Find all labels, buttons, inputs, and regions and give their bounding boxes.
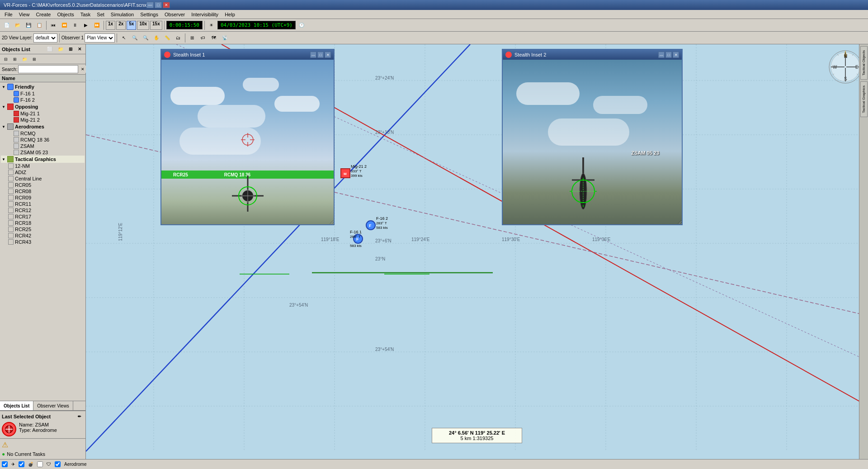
menu-view[interactable]: View — [16, 11, 33, 18]
menu-simulation[interactable]: Simulation — [108, 11, 137, 18]
tb-rewind[interactable]: ⏮ — [48, 20, 58, 30]
sep6 — [117, 33, 117, 43]
check1[interactable] — [2, 461, 8, 467]
check7[interactable] — [55, 461, 61, 467]
tb-sun[interactable]: ☀ — [207, 20, 217, 30]
tb-pan[interactable]: ✋ — [151, 33, 161, 43]
last-selected-edit[interactable]: ✏ — [75, 413, 84, 420]
rcr18-icon — [8, 220, 14, 226]
menu-objects[interactable]: Objects — [54, 11, 76, 18]
inset1-titlebar[interactable]: Stealth Inset 1 — □ ✕ — [161, 50, 334, 60]
menu-file[interactable]: File — [2, 11, 15, 18]
menu-intervisibility[interactable]: Intervisibility — [189, 11, 221, 18]
inset1-minimize[interactable]: — — [310, 52, 316, 58]
inset1-close[interactable]: ✕ — [325, 52, 331, 58]
menu-set[interactable]: Set — [94, 11, 107, 18]
tb-layers[interactable]: 🗂 — [173, 33, 183, 43]
tree-12nm[interactable]: 12-NM — [1, 163, 85, 169]
tree-mig211[interactable]: Mig-21 1 — [1, 110, 85, 117]
view-select[interactable]: Plan View — [85, 33, 115, 43]
tb-pause[interactable]: ⏸ — [70, 20, 80, 30]
tree-rcr05[interactable]: RCR05 — [1, 182, 85, 188]
tb-open[interactable]: 📂 — [13, 20, 23, 30]
tree-rcr17[interactable]: RCR17 — [1, 213, 85, 220]
inset2-maximize[interactable]: □ — [665, 52, 672, 58]
menu-help[interactable]: Help — [222, 11, 238, 18]
centralline-label: Central Line — [15, 176, 42, 181]
tb-forward[interactable]: ⏩ — [92, 20, 102, 30]
tree-f161[interactable]: F-16 1 — [1, 90, 85, 97]
tb-select[interactable]: ↖ — [119, 33, 129, 43]
tree-opposing-group[interactable]: ▼ Opposing — [1, 103, 85, 110]
speed-2x[interactable]: 2x — [116, 21, 126, 30]
tab-observer-views[interactable]: Observer Views — [33, 401, 73, 410]
tb-new[interactable]: 📄 — [2, 20, 12, 30]
check-icon: ● — [2, 451, 5, 457]
tb-clock[interactable]: 🕐 — [297, 20, 307, 30]
tree-mig212[interactable]: Mig-21 2 — [1, 117, 85, 123]
speed-1x[interactable]: 1x — [106, 21, 115, 30]
tree-centralline[interactable]: Central Line — [1, 175, 85, 182]
obj-tb-2[interactable]: ⊞ — [11, 56, 19, 63]
tb-play[interactable]: ▶ — [81, 20, 91, 30]
svg-text:23°+54'N: 23°+54'N — [375, 347, 394, 352]
no-tasks-label: No Current Tasks — [7, 451, 45, 457]
tree-tg-group[interactable]: ▼ Tactical Graphics — [1, 156, 85, 163]
obj-tb-3[interactable]: 📁 — [20, 56, 29, 63]
tree-rcr25[interactable]: RCR25 — [1, 226, 85, 232]
menu-task[interactable]: Task — [78, 11, 94, 18]
inset2-close[interactable]: ✕ — [673, 52, 679, 58]
obj-tb-4[interactable]: ⊞ — [30, 56, 38, 63]
close-button[interactable]: ✕ — [163, 2, 170, 8]
tb-sensor[interactable]: 📡 — [220, 33, 230, 43]
tree-zsam0523[interactable]: ZSAM 05 23 — [1, 149, 85, 156]
obj-tb-1[interactable]: ⊟ — [2, 56, 10, 63]
map-area[interactable]: 23°+24'N 23°+18'N 24°+12'N 23°+6'N 23°N … — [86, 44, 868, 459]
check3[interactable] — [19, 461, 24, 467]
inset1-maximize[interactable]: □ — [317, 52, 324, 58]
right-tab-graphics[interactable]: Tactical Graphics — [860, 81, 868, 117]
tree-rcmq1836[interactable]: RCMQ 18 36 — [1, 137, 85, 143]
tree-f162[interactable]: F-16 2 — [1, 97, 85, 103]
tb-measure[interactable]: 📏 — [162, 33, 172, 43]
tree-rcr08[interactable]: RCR08 — [1, 188, 85, 194]
tb-stepback[interactable]: ⏪ — [59, 20, 69, 30]
tab-objects-list[interactable]: Objects List — [0, 401, 33, 410]
tree-rcr12[interactable]: RCR12 — [1, 207, 85, 213]
check5[interactable] — [37, 461, 43, 467]
speed-15x[interactable]: 15x — [150, 21, 162, 30]
tb-grid[interactable]: ⊞ — [187, 33, 197, 43]
header-icon1[interactable]: ⬜ — [45, 45, 55, 53]
tree-rcr42[interactable]: RCR42 — [1, 232, 85, 239]
tree-friendly-group[interactable]: ▼ Friendly — [1, 83, 85, 90]
search-input[interactable] — [18, 65, 78, 73]
tb-saveas[interactable]: 📋 — [34, 20, 44, 30]
speed-10x[interactable]: 10x — [137, 21, 149, 30]
inset2-titlebar[interactable]: Stealth Inset 2 — □ ✕ — [503, 50, 682, 60]
maximize-button[interactable]: □ — [155, 2, 162, 8]
tree-aerodromes-group[interactable]: ▼ Aerodromes — [1, 123, 85, 130]
tree-rcmq[interactable]: RCMQ — [1, 130, 85, 137]
header-icon3[interactable]: ⊞ — [66, 45, 75, 53]
tree-adiz[interactable]: ADIZ — [1, 169, 85, 175]
tb-zoom-in[interactable]: 🔍 — [130, 33, 140, 43]
tree-rcr18[interactable]: RCR18 — [1, 220, 85, 226]
tree-rcr09[interactable]: RCR09 — [1, 194, 85, 201]
tb-save[interactable]: 💾 — [24, 20, 33, 30]
minimize-button[interactable]: — — [146, 2, 154, 8]
header-icon2[interactable]: 📁 — [56, 45, 66, 53]
menu-create[interactable]: Create — [33, 11, 53, 18]
inset2-minimize[interactable]: — — [658, 52, 665, 58]
tree-rcr11[interactable]: RCR11 — [1, 201, 85, 207]
right-tab-tactical[interactable]: Tactical Objects — [860, 46, 868, 80]
menu-settings[interactable]: Settings — [137, 11, 161, 18]
tb-route[interactable]: 🗺 — [209, 33, 219, 43]
header-close[interactable]: ✕ — [75, 45, 84, 53]
tree-zsam[interactable]: ZSAM — [1, 143, 85, 149]
tb-zoom-out[interactable]: 🔍 — [141, 33, 151, 43]
layer-select[interactable]: default — [33, 33, 57, 43]
tree-rcr43[interactable]: RCR43 — [1, 239, 85, 245]
speed-5x[interactable]: 5x — [127, 21, 136, 30]
tb-labels[interactable]: 🏷 — [198, 33, 208, 43]
menu-observer[interactable]: Observer — [162, 11, 188, 18]
